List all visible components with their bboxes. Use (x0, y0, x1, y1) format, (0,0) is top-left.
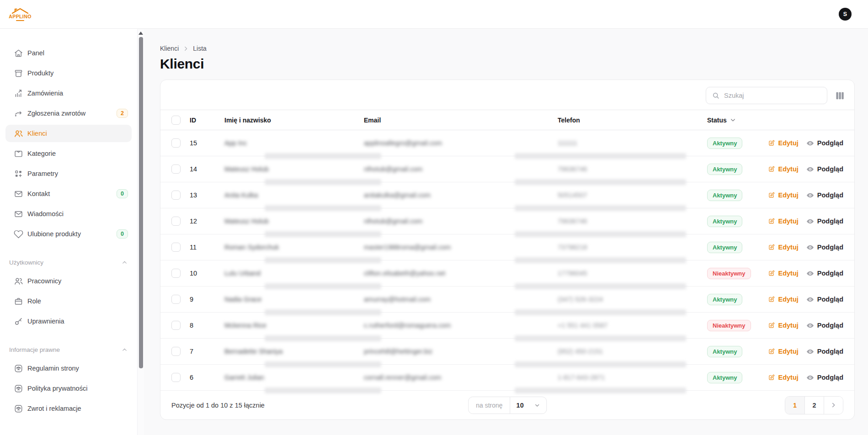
page-button-2[interactable]: 2 (804, 397, 824, 414)
edit-label: Edytuj (778, 270, 798, 277)
heart-icon (14, 229, 23, 239)
chevron-up-icon (121, 346, 128, 353)
breadcrumb-lista: Lista (193, 45, 207, 52)
cell-name: Bernadette Shaniya (224, 339, 364, 365)
sidebar-item-panel[interactable]: Panel (5, 44, 132, 62)
sidebar-item-zgloszenia-zwrotow[interactable]: Zgłoszenia zwrotów2 (5, 105, 132, 122)
sidebar-item-parametry[interactable]: Parametry (5, 165, 132, 182)
section-header-u-ytkownicy[interactable]: Użytkownicy (9, 259, 128, 266)
preview-button[interactable]: Podgląd (806, 191, 843, 200)
breadcrumb: Klienci Lista (160, 45, 854, 52)
table-row: 10Lulu Urbandclifton.elisabeth@yahoo.net… (160, 260, 854, 286)
clients-table: ID Imię i nazwisko Email Telefon Status … (160, 110, 854, 391)
sidebar-item-zwrot-i-reklamacje[interactable]: Zwrot i reklamacje (5, 400, 132, 417)
cell-status: Aktywny (707, 286, 776, 313)
preview-label: Podgląd (817, 139, 843, 147)
columns-toggle-button[interactable] (835, 90, 845, 101)
sidebar-item-label: Uprawnienia (27, 318, 128, 325)
sidebar-item-uprawnienia[interactable]: Uprawnienia (5, 313, 132, 330)
sidebar-item-zamowienia[interactable]: Zamówienia (5, 85, 132, 102)
sidebar-item-wiadomosci[interactable]: Wiadomości (5, 205, 132, 223)
edit-button[interactable]: Edytuj (768, 374, 798, 381)
row-checkbox[interactable] (171, 217, 181, 226)
params-icon (14, 169, 23, 179)
pagination: 1 2 (785, 396, 843, 414)
preview-button[interactable]: Podgląd (806, 347, 843, 356)
sidebar-item-kontakt[interactable]: Kontakt0 (5, 185, 132, 202)
row-checkbox[interactable] (171, 321, 181, 330)
column-header-id: ID (190, 110, 224, 130)
section-header-informacje-prawne[interactable]: Informacje prawne (9, 346, 128, 353)
count-badge: 0 (117, 229, 128, 239)
preview-button[interactable]: Podgląd (806, 373, 843, 382)
edit-button[interactable]: Edytuj (768, 165, 798, 173)
edit-button[interactable]: Edytuj (768, 322, 798, 329)
scrollbar-up-arrow-icon[interactable] (138, 32, 143, 35)
preview-label: Podgląd (817, 165, 843, 173)
app-logo[interactable]: APPLINO (8, 8, 32, 21)
sidebar-item-pracownicy[interactable]: Pracownicy (5, 272, 132, 290)
cell-phone: 17796045 (558, 260, 707, 286)
sidebar-item-produkty[interactable]: Produkty (5, 64, 132, 82)
edit-button[interactable]: Edytuj (768, 139, 798, 147)
sidebar-item-label: Role (27, 297, 128, 305)
search-input[interactable] (724, 92, 821, 99)
edit-pencil-icon (768, 165, 775, 173)
preview-label: Podgląd (817, 191, 843, 199)
page-button-1[interactable]: 1 (785, 397, 804, 414)
edit-button[interactable]: Edytuj (768, 270, 798, 277)
cell-name: Lulu Urband (224, 260, 364, 286)
sidebar-scrollbar[interactable] (137, 29, 144, 435)
row-checkbox[interactable] (171, 243, 181, 252)
preview-button[interactable]: Podgląd (806, 321, 843, 330)
users-icon (14, 276, 23, 286)
edit-button[interactable]: Edytuj (768, 244, 798, 251)
cell-phone: (952) 450-2151 (558, 339, 707, 365)
preview-button[interactable]: Podgląd (806, 217, 843, 226)
preview-button[interactable]: Podgląd (806, 269, 843, 278)
sidebar-item-kategorie[interactable]: Kategorie (5, 145, 132, 162)
cell-status: Aktywny (707, 365, 776, 391)
sidebar-item-role[interactable]: Role (5, 292, 132, 310)
sidebar-item-ulubione-produkty[interactable]: Ulubione produkty0 (5, 225, 132, 243)
sidebar-item-regulamin-strony[interactable]: Regulamin strony (5, 360, 132, 377)
sidebar-item-label: Parametry (27, 170, 128, 177)
edit-pencil-icon (768, 191, 775, 199)
row-checkbox[interactable] (171, 295, 181, 304)
sidebar-item-label: Kontakt (27, 190, 117, 197)
select-all-checkbox[interactable] (171, 116, 181, 125)
status-sort-chevron-icon[interactable] (730, 117, 736, 123)
cell-status: Aktywny (707, 156, 776, 182)
preview-button[interactable]: Podgląd (806, 139, 843, 148)
edit-button[interactable]: Edytuj (768, 218, 798, 225)
status-badge: Aktywny (707, 216, 742, 227)
main-content: Klienci Lista Klienci ID Imię i (144, 29, 868, 435)
column-header-name: Imię i nazwisko (224, 110, 364, 130)
edit-button[interactable]: Edytuj (768, 348, 798, 355)
sidebar-item-klienci[interactable]: Klienci (5, 125, 132, 142)
scrollbar-thumb[interactable] (139, 37, 143, 368)
preview-button[interactable]: Podgląd (806, 243, 843, 252)
row-checkbox[interactable] (171, 164, 181, 174)
preview-button[interactable]: Podgląd (806, 295, 843, 304)
row-checkbox[interactable] (171, 347, 181, 356)
row-checkbox[interactable] (171, 138, 181, 148)
row-checkbox[interactable] (171, 373, 181, 382)
sidebar-item-label: Zgłoszenia zwrotów (27, 110, 117, 117)
results-summary: Pozycje od 1 do 10 z 15 łącznie (171, 402, 265, 409)
cell-phone: 73798218 (558, 234, 707, 260)
row-checkbox[interactable] (171, 269, 181, 278)
cell-id: 6 (190, 365, 224, 391)
per-page-select[interactable]: na stronę 10 (468, 397, 547, 414)
next-page-button[interactable] (824, 397, 843, 414)
table-header-row: ID Imię i nazwisko Email Telefon Status (160, 110, 854, 130)
cell-email: anitakulka@gmail.com (364, 182, 558, 208)
edit-button[interactable]: Edytuj (768, 191, 798, 199)
sidebar-item-polityka-prywatnosci[interactable]: Polityka prywatności (5, 380, 132, 397)
sidebar-item-label: Pracownicy (27, 277, 128, 285)
row-checkbox[interactable] (171, 191, 181, 200)
breadcrumb-klienci[interactable]: Klienci (160, 45, 179, 52)
user-avatar[interactable]: S (839, 8, 852, 21)
edit-button[interactable]: Edytuj (768, 296, 798, 303)
preview-button[interactable]: Podgląd (806, 165, 843, 174)
